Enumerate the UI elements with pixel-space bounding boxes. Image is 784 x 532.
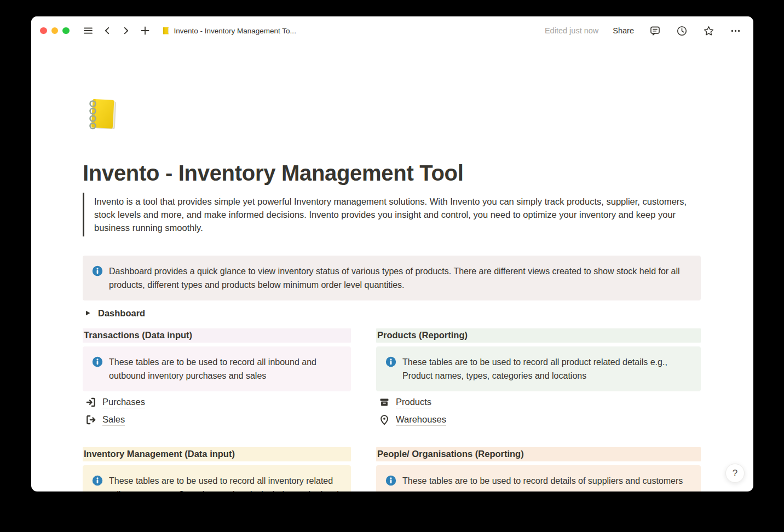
intro-quote-block: Invento is a tool that provides simple y… [83, 193, 701, 236]
new-tab-button[interactable] [139, 24, 152, 37]
chevron-right-icon [121, 26, 131, 36]
updates-history-button[interactable] [675, 24, 689, 38]
products-callout: These tables are to be used to record al… [376, 346, 701, 391]
forward-button[interactable] [120, 25, 132, 37]
window-titlebar: Invento - Inventory Management To... Edi… [31, 16, 753, 45]
section-header-inventory-management: Inventory Management (Data input) [83, 447, 351, 461]
notebook-icon [162, 26, 170, 35]
tab-title-label: Invento - Inventory Management To... [174, 27, 296, 35]
columns-row-1: Transactions (Data input) These tables a… [83, 328, 701, 429]
link-purchases[interactable]: Purchases [83, 394, 351, 411]
info-icon [92, 475, 103, 486]
transactions-section: Transactions (Data input) These tables a… [83, 328, 351, 429]
link-sales[interactable]: Sales [83, 411, 351, 429]
purchases-link-label: Purchases [102, 397, 145, 408]
intro-quote-text: Invento is a tool that provides simple y… [94, 195, 701, 234]
page-title[interactable]: Invento - Inventory Management Tool [83, 160, 701, 186]
page-content: Invento - Inventory Management Tool Inve… [31, 45, 753, 491]
edited-status: Edited just now [545, 26, 598, 35]
inventory-management-callout-text: These tables are to be used to record al… [109, 474, 342, 491]
page-icon-notebook[interactable] [83, 94, 124, 136]
traffic-lights [40, 27, 70, 34]
dashboard-callout-text: Dashboard provides a quick glance to vie… [109, 264, 692, 292]
dashboard-info-callout: Dashboard provides a quick glance to vie… [83, 256, 701, 300]
back-button[interactable] [101, 25, 113, 37]
fullscreen-window-button[interactable] [62, 27, 70, 34]
link-warehouses[interactable]: Warehouses [376, 411, 701, 429]
info-icon [385, 356, 396, 367]
hamburger-icon [83, 25, 94, 36]
comments-button[interactable] [648, 24, 662, 38]
dashboard-toggle[interactable]: Dashboard [83, 305, 701, 321]
help-button[interactable]: ? [725, 464, 745, 483]
people-organisations-callout-text: These tables are to be used to record de… [402, 474, 683, 488]
sales-link-label: Sales [102, 414, 125, 426]
people-organisations-section: People/ Organisations (Reporting) These … [376, 447, 701, 491]
sidebar-menu-button[interactable] [82, 24, 95, 37]
dashboard-toggle-label: Dashboard [98, 308, 145, 319]
star-icon [703, 25, 714, 37]
link-products[interactable]: Products [376, 394, 701, 411]
products-section: Products (Reporting) These tables are to… [376, 328, 701, 429]
plus-icon [140, 25, 151, 36]
products-link-label: Products [396, 397, 431, 408]
warehouses-link-label: Warehouses [396, 414, 446, 426]
section-header-products: Products (Reporting) [376, 328, 701, 343]
more-options-button[interactable] [729, 24, 742, 38]
section-header-people-organisations: People/ Organisations (Reporting) [376, 447, 701, 461]
section-header-transactions: Transactions (Data input) [83, 328, 351, 343]
transactions-callout-text: These tables are to be used to record al… [109, 355, 342, 383]
titlebar-actions: Edited just now Share [545, 24, 742, 38]
transactions-callout: These tables are to be used to record al… [83, 346, 351, 391]
inventory-management-callout: These tables are to be used to record al… [83, 465, 351, 491]
people-organisations-callout: These tables are to be used to record de… [376, 465, 701, 491]
comment-bubble-icon [649, 25, 661, 37]
location-pin-icon [379, 414, 390, 425]
share-button[interactable]: Share [612, 25, 635, 36]
clock-icon [676, 25, 688, 37]
notion-window: Invento - Inventory Management To... Edi… [31, 16, 753, 491]
chevron-left-icon [102, 26, 112, 36]
notebook-emoji-icon [83, 94, 124, 136]
columns-row-2: Inventory Management (Data input) These … [83, 447, 701, 491]
inventory-management-section: Inventory Management (Data input) These … [83, 447, 351, 491]
toggle-triangle-icon [84, 310, 91, 316]
info-icon [92, 356, 103, 367]
ellipsis-icon [730, 25, 741, 37]
tab-title[interactable]: Invento - Inventory Management To... [162, 26, 296, 35]
products-callout-text: These tables are to be used to record al… [402, 355, 692, 383]
archive-box-icon [379, 397, 390, 408]
info-icon [92, 265, 103, 276]
exit-door-icon [85, 414, 96, 425]
favorite-button[interactable] [702, 24, 716, 38]
enter-door-icon [85, 397, 96, 408]
info-icon [385, 475, 396, 486]
minimize-window-button[interactable] [51, 27, 59, 34]
close-window-button[interactable] [40, 27, 47, 34]
